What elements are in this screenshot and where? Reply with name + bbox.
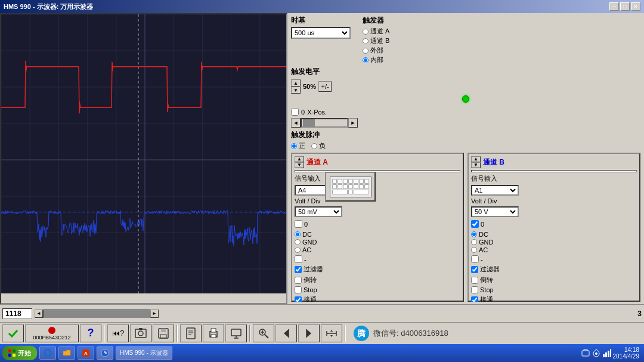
channel-a-input[interactable]: y76/1 current bbox=[295, 170, 460, 172]
taskbar-hms[interactable]: HMS 990 - 示波器 bbox=[116, 346, 172, 360]
window-title: HMS 990 - 示波器: 万用示波器 bbox=[4, 2, 93, 11]
channel-b-dc[interactable]: DC bbox=[471, 231, 637, 238]
channel-b-dash-row: - bbox=[471, 255, 637, 263]
keyboard-popup[interactable] bbox=[325, 172, 376, 202]
pulse-negative[interactable]: 负 bbox=[311, 141, 326, 150]
device-id-button[interactable]: 000FB543D212 bbox=[25, 324, 79, 342]
trigger-pulse-section: 触发脉冲 正 负 bbox=[291, 130, 640, 150]
print-button[interactable] bbox=[203, 324, 224, 342]
close-button[interactable]: ✕ bbox=[631, 2, 640, 11]
toolbar-separator-2 bbox=[177, 325, 178, 342]
channel-a-filter[interactable]: 过滤器 bbox=[295, 265, 460, 274]
pulse-positive[interactable]: 正 bbox=[291, 141, 305, 150]
svg-rect-44 bbox=[608, 351, 609, 357]
device-id-label: 000FB543D212 bbox=[33, 335, 70, 341]
save-button[interactable] bbox=[153, 324, 174, 342]
channel-a-title: 通道 A bbox=[306, 157, 328, 168]
page-number: 3 bbox=[637, 310, 642, 318]
channel-a-dc[interactable]: DC bbox=[295, 231, 460, 238]
trigger-ch-b[interactable]: 通道 B bbox=[363, 36, 389, 45]
check-button[interactable] bbox=[2, 324, 24, 342]
zoom-button[interactable] bbox=[253, 324, 274, 342]
cursor-right-button[interactable] bbox=[298, 324, 320, 342]
channel-b-dash-check[interactable] bbox=[471, 255, 479, 263]
svg-line-17 bbox=[265, 335, 268, 338]
back-button[interactable]: ⏮? bbox=[107, 324, 129, 342]
window-controls: ─ □ ✕ bbox=[609, 2, 640, 11]
minimize-button[interactable]: ─ bbox=[609, 2, 619, 11]
xpos-zero-label: 0 bbox=[301, 109, 305, 116]
channel-a-dash-check[interactable] bbox=[295, 255, 302, 263]
svg-rect-5 bbox=[160, 335, 166, 338]
toolbar-separator-3 bbox=[249, 325, 250, 342]
screenshot-button[interactable] bbox=[130, 324, 151, 342]
taskbar-folder[interactable] bbox=[58, 346, 75, 360]
monitor-button[interactable] bbox=[225, 324, 247, 342]
channel-a-gnd[interactable]: GND bbox=[295, 239, 460, 246]
svg-point-33 bbox=[44, 349, 51, 357]
timebase-select[interactable]: 500 us 1 ms 2 ms bbox=[291, 27, 351, 39]
channel-b-up[interactable]: ▲ bbox=[471, 156, 481, 162]
svg-rect-40 bbox=[582, 351, 589, 356]
channel-b-zero-check[interactable] bbox=[471, 220, 479, 228]
channel-b-coupling: DC GND AC bbox=[471, 231, 637, 253]
taskbar-tray: 14:18 2014/4/29 bbox=[581, 346, 642, 360]
pulse-row: 正 负 bbox=[291, 141, 640, 150]
channel-b-invert[interactable]: 倒转 bbox=[471, 276, 637, 284]
status-bar: 1118 ◄ ► 3 bbox=[0, 304, 644, 322]
channel-a-down[interactable]: ▼ bbox=[295, 162, 304, 168]
taskbar-clock-item[interactable] bbox=[97, 346, 113, 360]
time-display: 14:18 bbox=[613, 346, 640, 353]
scope-canvas bbox=[1, 14, 287, 304]
measure-button[interactable] bbox=[321, 324, 342, 342]
scroll-left-btn[interactable]: ◄ bbox=[35, 310, 43, 318]
scroll-track[interactable] bbox=[43, 310, 150, 318]
channel-a-pass[interactable]: 接通 bbox=[295, 295, 460, 302]
help-button[interactable]: ? bbox=[80, 324, 101, 342]
scroll-right-btn[interactable]: ► bbox=[150, 310, 159, 318]
channel-b-pass[interactable]: 接通 bbox=[471, 295, 637, 302]
maximize-button[interactable]: □ bbox=[620, 2, 630, 11]
cursor-left-button[interactable] bbox=[275, 324, 297, 342]
channel-a-coupling: DC GND AC bbox=[295, 231, 460, 253]
channel-b-signal-select[interactable]: A1A2A3A4 bbox=[471, 185, 519, 196]
xpos-scroll-left[interactable]: ◄ bbox=[291, 118, 301, 128]
channel-a-volt-select[interactable]: 50 mV100 mV200 mV bbox=[295, 206, 342, 217]
channel-a-stop[interactable]: Stop bbox=[295, 286, 460, 293]
channel-b-input[interactable]: y76/1 pin49 bbox=[471, 170, 637, 172]
channel-a-ac[interactable]: AC bbox=[295, 246, 460, 253]
channel-a-up[interactable]: ▲ bbox=[295, 156, 304, 162]
xpos-label: X-Pos. bbox=[307, 109, 327, 116]
channel-b-volt-select[interactable]: 50 V100 V20 V bbox=[471, 206, 519, 217]
svg-rect-42 bbox=[603, 354, 605, 357]
channel-b-filter[interactable]: 过滤器 bbox=[471, 265, 637, 274]
trigger-level-down[interactable]: ▼ bbox=[291, 86, 301, 94]
start-button[interactable]: 开始 bbox=[2, 346, 37, 360]
svg-text:A: A bbox=[84, 351, 88, 356]
svg-rect-29 bbox=[8, 349, 11, 352]
svg-marker-20 bbox=[284, 329, 289, 338]
channel-b-panel: ▲ ▼ 通道 B y76/1 pin49 信号输入 A1A2A3A4 bbox=[467, 153, 640, 302]
channel-a-zero-check[interactable] bbox=[295, 220, 302, 228]
trigger-level-plusminus[interactable]: +/- bbox=[318, 81, 332, 92]
channel-b-ac[interactable]: AC bbox=[471, 246, 637, 253]
trigger-level-title: 触发电平 bbox=[291, 67, 640, 77]
taskbar-app1[interactable]: A bbox=[78, 346, 94, 360]
trigger-external[interactable]: 外部 bbox=[363, 46, 389, 55]
channel-a-zero-row: 0 bbox=[295, 220, 460, 228]
trigger-internal[interactable]: 内部 bbox=[363, 55, 389, 64]
taskbar: 开始 A HMS 990 - 示波器 14:18 2014/4/29 bbox=[0, 344, 644, 362]
channel-a-invert[interactable]: 倒转 bbox=[295, 276, 460, 284]
svg-rect-0 bbox=[135, 329, 146, 338]
channel-a-arrows: ▲ ▼ bbox=[295, 156, 304, 168]
trigger-level-up[interactable]: ▲ bbox=[291, 79, 301, 86]
channel-b-stop[interactable]: Stop bbox=[471, 286, 637, 293]
xpos-checkbox[interactable] bbox=[291, 108, 299, 116]
trigger-ch-a[interactable]: 通道 A bbox=[363, 27, 389, 36]
xpos-scroll-right[interactable]: ► bbox=[348, 118, 358, 128]
report-button[interactable] bbox=[180, 324, 202, 342]
svg-rect-45 bbox=[610, 349, 611, 357]
channel-b-gnd[interactable]: GND bbox=[471, 239, 637, 246]
channel-b-down[interactable]: ▼ bbox=[471, 162, 481, 168]
taskbar-ie[interactable] bbox=[39, 346, 56, 360]
